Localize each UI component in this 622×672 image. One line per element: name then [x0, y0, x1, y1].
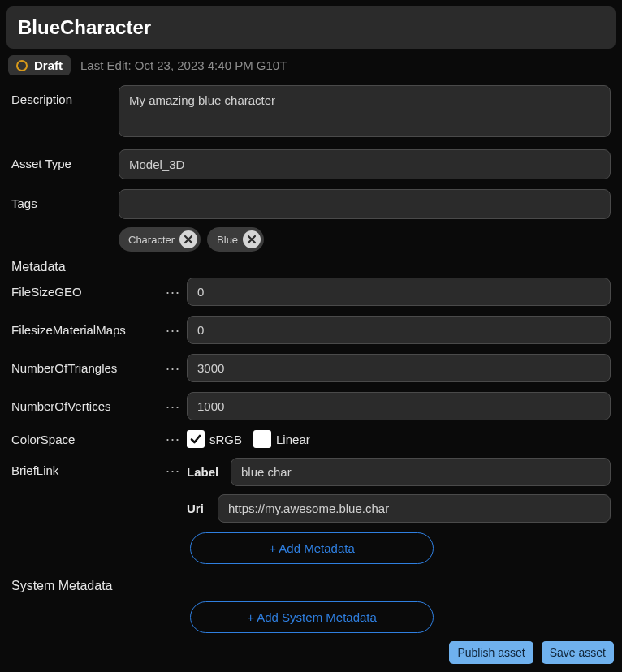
- description-input[interactable]: [119, 85, 611, 137]
- asset-title: BlueCharacter: [18, 16, 604, 39]
- checkbox-label: Linear: [276, 433, 310, 446]
- add-metadata-button[interactable]: + Add Metadata: [190, 532, 434, 564]
- tag-chip: Character: [119, 227, 201, 252]
- draft-status-icon: [16, 60, 28, 71]
- brieflink-label-input[interactable]: [231, 458, 611, 486]
- checkbox-box: [187, 430, 205, 448]
- meta-more-button[interactable]: ···: [166, 432, 180, 446]
- description-label: Description: [11, 85, 109, 106]
- asset-type-select[interactable]: [119, 149, 611, 179]
- meta-input-numberofvertices[interactable]: [187, 392, 611, 420]
- checkbox-linear[interactable]: Linear: [253, 430, 310, 448]
- meta-more-button[interactable]: ···: [166, 323, 180, 338]
- metadata-heading: Metadata: [6, 260, 616, 274]
- tags-list: Character Blue: [119, 227, 611, 252]
- checkbox-box: [253, 430, 271, 448]
- checkbox-label: sRGB: [209, 433, 242, 446]
- tags-label: Tags: [11, 189, 109, 210]
- save-asset-button[interactable]: Save asset: [542, 641, 614, 664]
- brieflink-uri-key: Uri: [187, 502, 209, 515]
- meta-input-filesizegeo[interactable]: [187, 278, 611, 306]
- close-icon: [247, 235, 257, 244]
- meta-label-brieflink: BriefLink: [11, 458, 159, 477]
- meta-label-colorspace: ColorSpace: [11, 433, 159, 446]
- tag-chip: Blue: [207, 227, 264, 252]
- brieflink-label-key: Label: [187, 465, 222, 479]
- check-icon: [189, 433, 202, 446]
- meta-more-button[interactable]: ···: [166, 458, 180, 478]
- meta-input-numberoftriangles[interactable]: [187, 354, 611, 382]
- meta-label-filesizematerialmaps: FilesizeMaterialMaps: [11, 323, 159, 337]
- meta-more-button[interactable]: ···: [166, 361, 180, 376]
- checkbox-srgb[interactable]: sRGB: [187, 430, 242, 448]
- asset-type-label: Asset Type: [11, 149, 109, 170]
- close-icon: [184, 235, 193, 244]
- tag-remove-button[interactable]: [243, 230, 261, 248]
- tag-label: Character: [128, 234, 175, 246]
- meta-label-filesizegeo: FileSizeGEO: [11, 285, 159, 299]
- footer: Publish asset Save asset: [0, 633, 622, 672]
- publish-asset-button[interactable]: Publish asset: [449, 641, 533, 664]
- meta-label-numberofvertices: NumberOfVertices: [11, 399, 159, 413]
- tags-input[interactable]: [119, 189, 611, 219]
- tag-label: Blue: [217, 234, 238, 246]
- meta-label-numberoftriangles: NumberOfTriangles: [11, 361, 159, 375]
- title-box: BlueCharacter: [6, 6, 616, 49]
- status-row: Draft Last Edit: Oct 23, 2023 4:40 PM G1…: [6, 55, 616, 75]
- draft-status-text: Draft: [34, 58, 63, 72]
- brieflink-uri-input[interactable]: [218, 494, 611, 523]
- add-system-metadata-button[interactable]: + Add System Metadata: [190, 601, 434, 633]
- last-edit-text: Last Edit: Oct 23, 2023 4:40 PM G10T: [80, 58, 287, 72]
- meta-more-button[interactable]: ···: [166, 399, 180, 414]
- tag-remove-button[interactable]: [179, 230, 197, 248]
- meta-input-filesizematerialmaps[interactable]: [187, 316, 611, 344]
- system-metadata-heading: System Metadata: [6, 579, 616, 593]
- meta-more-button[interactable]: ···: [166, 285, 180, 299]
- draft-badge: Draft: [8, 55, 71, 75]
